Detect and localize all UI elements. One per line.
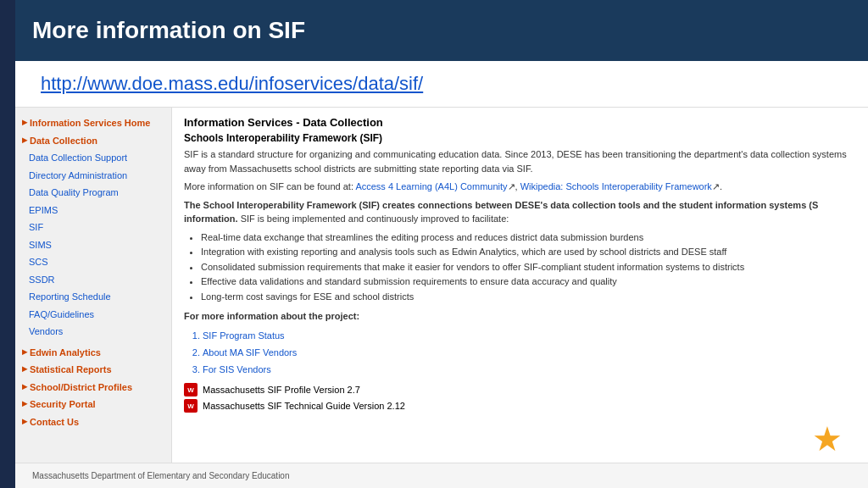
link-sif-status[interactable]: SIF Program Status	[203, 328, 856, 345]
url-link[interactable]: http://www.doe.mass.edu/infoservices/dat…	[41, 73, 423, 95]
intro-paragraph: SIF is a standard structure for organizi…	[184, 147, 856, 175]
sidebar-item-security[interactable]: Security Portal	[15, 396, 171, 413]
sidebar-item-scs[interactable]: SCS	[15, 253, 171, 271]
doc-label-2: Massachusetts SIF Technical Guide Versio…	[203, 401, 405, 411]
sidebar-item-sims[interactable]: SIMS	[15, 236, 171, 254]
sidebar-item-info-home[interactable]: Information Services Home	[15, 114, 171, 132]
for-more-paragraph: For more information about the project:	[184, 309, 856, 324]
sidebar-item-epims[interactable]: EPIMS	[15, 202, 171, 219]
more-info-paragraph: More information on SIF can be found at:…	[184, 180, 856, 194]
sidebar-item-ssdr[interactable]: SSDR	[15, 271, 171, 289]
star-icon: ★	[812, 419, 843, 458]
sidebar-item-dqp[interactable]: Data Quality Program	[15, 184, 171, 202]
sidebar-item-profiles[interactable]: School/District Profiles	[15, 379, 171, 396]
url-bar: http://www.doe.mass.edu/infoservices/dat…	[15, 61, 868, 108]
wikipedia-link[interactable]: Wikipedia: Schools Interoperability Fram…	[520, 181, 712, 191]
a4l-link[interactable]: Access 4 Learning (A4L) Community	[355, 181, 507, 191]
header: More information on SIF	[15, 0, 868, 61]
bold-paragraph: The School Interoperability Framework (S…	[184, 198, 856, 226]
bullet-4: Effective data validations and standard …	[201, 274, 856, 290]
footer-text: Massachusetts Department of Elementary a…	[32, 471, 290, 480]
sidebar-item-contact[interactable]: Contact Us	[15, 413, 171, 431]
page-heading: Schools Interoperability Framework (SIF)	[184, 132, 856, 144]
sidebar-item-support[interactable]: Data Collection Support	[15, 149, 171, 167]
sidebar: Information Services Home Data Collectio…	[15, 108, 172, 463]
footer: Massachusetts Department of Elementary a…	[15, 463, 868, 488]
bold-text-2: SIF is being implemented and continuousl…	[241, 214, 509, 224]
content-pane: Information Services - Data Collection S…	[172, 108, 868, 463]
links-list: SIF Program Status About MA SIF Vendors …	[203, 328, 856, 378]
sidebar-item-sif[interactable]: SIF	[15, 219, 171, 236]
main-content: Information Services Home Data Collectio…	[15, 108, 868, 463]
link-sis-vendors[interactable]: For SIS Vendors	[203, 362, 856, 379]
sidebar-item-faq[interactable]: FAQ/Guidelines	[15, 306, 171, 324]
doc-row-1: W Massachusetts SIF Profile Version 2.7	[184, 383, 856, 396]
section-title: Information Services - Data Collection	[184, 116, 856, 129]
sidebar-item-statistical[interactable]: Statistical Reports	[15, 361, 171, 379]
doc-label-1: Massachusetts SIF Profile Version 2.7	[203, 385, 360, 395]
more-info-prefix: More information on SIF can be found at:	[184, 181, 355, 191]
doc-row-2: W Massachusetts SIF Technical Guide Vers…	[184, 399, 856, 413]
doc-icon-1: W	[184, 383, 198, 396]
bullets-list: Real-time data exchange that streamlines…	[201, 230, 856, 305]
sidebar-item-vendors[interactable]: Vendors	[15, 323, 171, 341]
left-accent-bar	[0, 0, 15, 488]
bullet-1: Real-time data exchange that streamlines…	[201, 230, 856, 246]
sidebar-item-directory[interactable]: Directory Administration	[15, 167, 171, 185]
bullet-2: Integration with existing reporting and …	[201, 245, 856, 260]
bullet-3: Consolidated submission requirements tha…	[201, 260, 856, 275]
sidebar-item-reporting-schedule[interactable]: Reporting Schedule	[15, 288, 171, 306]
page-title: More information on SIF	[32, 17, 305, 44]
bullet-5: Long-term cost savings for ESE and schoo…	[201, 290, 856, 305]
link-ma-sif-vendors[interactable]: About MA SIF Vendors	[203, 345, 856, 362]
doc-icon-2: W	[184, 399, 198, 413]
sidebar-item-data-collection[interactable]: Data Collection	[15, 132, 171, 150]
sidebar-item-edwin[interactable]: Edwin Analytics	[15, 344, 171, 362]
